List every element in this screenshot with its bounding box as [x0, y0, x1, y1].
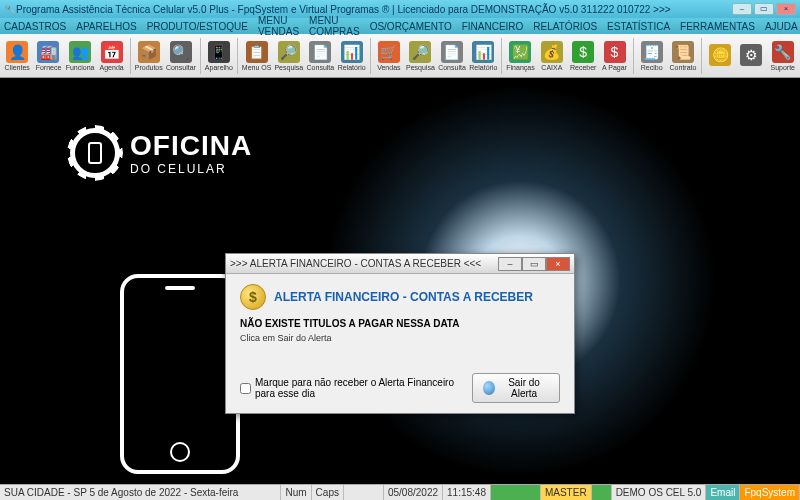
tool-icon: ⚙ — [740, 44, 762, 66]
toolbar-consulta[interactable]: 📄Consulta — [305, 36, 335, 76]
Consulta-icon: 📄 — [441, 41, 463, 63]
maximize-button[interactable]: ▭ — [754, 3, 774, 15]
minimize-button[interactable]: – — [732, 3, 752, 15]
menu-compras[interactable]: MENU COMPRAS — [309, 15, 360, 37]
toolbar-icon[interactable]: ⚙ — [736, 36, 766, 76]
Consulta-icon: 📄 — [309, 41, 331, 63]
toolbar-receber[interactable]: $Receber — [568, 36, 598, 76]
dialog-title: >>> ALERTA FINANCEIRO - CONTAS A RECEBER… — [230, 258, 481, 269]
menu-bar: CADASTROS APARELHOS PRODUTO/ESTOQUE MENU… — [0, 18, 800, 34]
toolbar-fornece[interactable]: 🏭Fornece — [33, 36, 63, 76]
window-title: Programa Assistência Técnica Celular v5.… — [16, 4, 671, 15]
Relatório-icon: 📊 — [472, 41, 494, 63]
toolbar-finanças[interactable]: 💹Finanças — [505, 36, 535, 76]
window-titlebar: 🔧 Programa Assistência Técnica Celular v… — [0, 0, 800, 18]
menu-financeiro[interactable]: FINANCEIRO — [462, 21, 524, 32]
window-controls: – ▭ × — [732, 3, 796, 15]
exit-icon — [483, 381, 495, 395]
phone-graphic — [120, 274, 240, 474]
toolbar-caixa[interactable]: 💰CAIXA — [537, 36, 567, 76]
dialog-heading: ALERTA FINANCEIRO - CONTAS A RECEBER — [274, 290, 533, 304]
toolbar-relatório[interactable]: 📊Relatório — [337, 36, 367, 76]
coin-icon: $ — [240, 284, 266, 310]
exit-alert-button[interactable]: Sair do Alerta — [472, 373, 560, 403]
menu-ferramentas[interactable]: FERRAMENTAS — [680, 21, 755, 32]
toolbar-suporte[interactable]: 🔧Suporte — [768, 36, 798, 76]
brand-logo: OFICINA DO CELULAR — [70, 128, 252, 178]
Relatório-icon: 📊 — [341, 41, 363, 63]
toolbar-clientes[interactable]: 👤Clientes — [2, 36, 32, 76]
dialog-message-sub: Clica em Sair do Alerta — [240, 333, 560, 343]
menu-vendas[interactable]: MENU VENDAS — [258, 15, 299, 37]
menu-produto[interactable]: PRODUTO/ESTOQUE — [147, 21, 248, 32]
status-bar: SUA CIDADE - SP 5 de Agosto de 2022 - Se… — [0, 484, 800, 500]
suppress-checkbox[interactable]: Marque para não receber o Alerta Finance… — [240, 377, 472, 399]
Vendas-icon: 🛒 — [378, 41, 400, 63]
toolbar-icon[interactable]: 🪙 — [705, 36, 735, 76]
Suporte-icon: 🔧 — [772, 41, 794, 63]
status-fpq[interactable]: FpqSystem — [740, 485, 800, 500]
dialog-maximize-button[interactable]: ▭ — [522, 257, 546, 271]
menu-ajuda[interactable]: AJUDA — [765, 21, 798, 32]
Recibo-icon: 🧾 — [641, 41, 663, 63]
main-toolbar: 👤Clientes🏭Fornece👥Funciona📅Agenda📦Produt… — [0, 34, 800, 78]
suppress-checkbox-input[interactable] — [240, 383, 251, 394]
status-indicator-green — [491, 485, 541, 500]
Finanças-icon: 💹 — [509, 41, 531, 63]
exit-alert-label: Sair do Alerta — [499, 377, 549, 399]
Funciona-icon: 👥 — [69, 41, 91, 63]
toolbar-pesquisa[interactable]: 🔎Pesquisa — [273, 36, 304, 76]
dialog-message-main: NÃO EXISTE TITULOS A PAGAR NESSA DATA — [240, 318, 560, 329]
menu-estatistica[interactable]: ESTATÍSTICA — [607, 21, 670, 32]
status-num: Num — [281, 485, 311, 500]
toolbar-agenda[interactable]: 📅Agenda — [96, 36, 126, 76]
tool-icon: 🪙 — [709, 44, 731, 66]
toolbar-consultar[interactable]: 🔍Consultar — [165, 36, 197, 76]
gear-icon — [70, 128, 120, 178]
toolbar-contrato[interactable]: 📜Contrato — [668, 36, 698, 76]
Pesquisa-icon: 🔎 — [278, 41, 300, 63]
toolbar-produtos[interactable]: 📦Produtos — [134, 36, 164, 76]
dialog-titlebar: >>> ALERTA FINANCEIRO - CONTAS A RECEBER… — [226, 254, 574, 274]
status-master: MASTER — [541, 485, 592, 500]
alert-dialog: >>> ALERTA FINANCEIRO - CONTAS A RECEBER… — [225, 253, 575, 414]
status-email[interactable]: Email — [706, 485, 740, 500]
Fornece-icon: 🏭 — [37, 41, 59, 63]
toolbar-vendas[interactable]: 🛒Vendas — [374, 36, 404, 76]
toolbar-menu os[interactable]: 📋Menu OS — [241, 36, 273, 76]
status-time: 11:15:48 — [443, 485, 491, 500]
status-demo: DEMO OS CEL 5.0 — [612, 485, 707, 500]
toolbar-pesquisa[interactable]: 🔎Pesquisa — [405, 36, 436, 76]
logo-title: OFICINA — [130, 130, 252, 162]
menu-relatorios[interactable]: RELATÓRIOS — [533, 21, 597, 32]
dialog-close-button[interactable]: × — [546, 257, 570, 271]
toolbar-aparelho[interactable]: 📱Aparelho — [204, 36, 234, 76]
toolbar-relatório[interactable]: 📊Relatório — [468, 36, 498, 76]
status-caps: Caps — [312, 485, 344, 500]
Receber-icon: $ — [572, 41, 594, 63]
content-area: OFICINA DO CELULAR >>> ALERTA FINANCEIRO… — [0, 78, 800, 484]
suppress-checkbox-label: Marque para não receber o Alerta Finance… — [255, 377, 472, 399]
dialog-minimize-button[interactable]: – — [498, 257, 522, 271]
Pesquisa-icon: 🔎 — [409, 41, 431, 63]
Produtos-icon: 📦 — [138, 41, 160, 63]
menu-aparelhos[interactable]: APARELHOS — [76, 21, 136, 32]
status-city-date: SUA CIDADE - SP 5 de Agosto de 2022 - Se… — [0, 485, 281, 500]
A Pagar-icon: $ — [604, 41, 626, 63]
CAIXA-icon: 💰 — [541, 41, 563, 63]
Menu OS-icon: 📋 — [246, 41, 268, 63]
toolbar-funciona[interactable]: 👥Funciona — [65, 36, 96, 76]
status-date: 05/08/2022 — [384, 485, 443, 500]
menu-cadastros[interactable]: CADASTROS — [4, 21, 66, 32]
Aparelho-icon: 📱 — [208, 41, 230, 63]
logo-subtitle: DO CELULAR — [130, 162, 252, 176]
Consultar-icon: 🔍 — [170, 41, 192, 63]
close-button[interactable]: × — [776, 3, 796, 15]
Contrato-icon: 📜 — [672, 41, 694, 63]
toolbar-consulta[interactable]: 📄Consulta — [437, 36, 467, 76]
Agenda-icon: 📅 — [101, 41, 123, 63]
toolbar-recibo[interactable]: 🧾Recibo — [636, 36, 666, 76]
toolbar-a pagar[interactable]: $A Pagar — [599, 36, 629, 76]
menu-os[interactable]: OS/ORÇAMENTO — [370, 21, 452, 32]
Clientes-icon: 👤 — [6, 41, 28, 63]
